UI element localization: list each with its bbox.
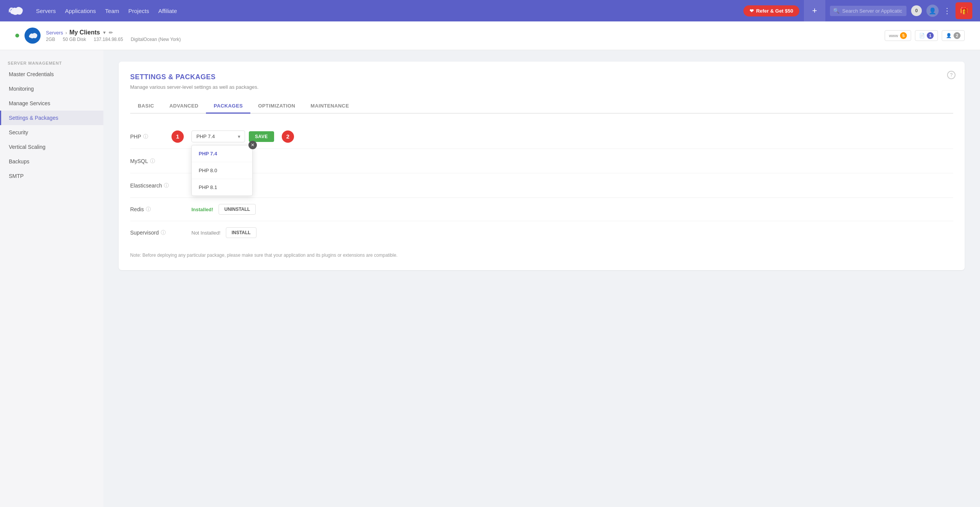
settings-card: ? SETTINGS & PACKAGES Manage various ser… bbox=[119, 62, 965, 270]
notification-badge[interactable]: 0 bbox=[911, 5, 922, 16]
php-save-button[interactable]: SAVE bbox=[249, 131, 274, 142]
server-disk: 50 GB Disk bbox=[63, 37, 86, 42]
sidebar: Server Management Master Credentials Mon… bbox=[0, 50, 103, 507]
supervisord-label: Supervisord ⓘ bbox=[130, 229, 184, 236]
server-logo bbox=[24, 28, 41, 44]
mysql-info-icon[interactable]: ⓘ bbox=[150, 158, 155, 165]
php-option-80-item[interactable]: PHP 8.0 bbox=[192, 162, 252, 179]
php-label-text: PHP bbox=[130, 134, 141, 140]
supervisord-info-icon[interactable]: ⓘ bbox=[161, 229, 166, 236]
files-badge[interactable]: 📄 1 bbox=[915, 30, 938, 41]
server-provider: DigitalOcean (New York) bbox=[131, 37, 181, 42]
server-header: Servers › My Clients ▼ ✏ 2GB 50 GB Disk … bbox=[0, 21, 980, 50]
server-name: My Clients ▼ ✏ bbox=[69, 29, 113, 36]
elasticsearch-package-row: Elasticsearch ⓘ Select Version ▼ bbox=[130, 173, 953, 198]
add-server-button[interactable]: + bbox=[804, 0, 825, 21]
more-options-button[interactable]: ⋮ bbox=[943, 6, 951, 15]
users-icon: 👤 bbox=[946, 33, 952, 38]
server-info: Servers › My Clients ▼ ✏ 2GB 50 GB Disk … bbox=[15, 28, 181, 44]
php-control: 1 PHP 7.4 PHP 8.0 PHP 8.1 ▼ ✕ PHP 7.4 bbox=[191, 130, 274, 142]
gift-icon: 🎁 bbox=[960, 7, 968, 15]
tab-advanced[interactable]: ADVANCED bbox=[162, 99, 206, 114]
php-option-81-item[interactable]: PHP 8.1 bbox=[192, 179, 252, 196]
server-name-block: Servers › My Clients ▼ ✏ 2GB 50 GB Disk … bbox=[46, 29, 181, 42]
package-note: Note: Before deploying any particular pa… bbox=[130, 252, 953, 259]
card-title: SETTINGS & PACKAGES bbox=[130, 73, 953, 81]
logo[interactable] bbox=[8, 5, 24, 16]
heart-icon: ❤ bbox=[750, 8, 754, 14]
search-icon: 🔍 bbox=[833, 8, 840, 14]
content-area: ? SETTINGS & PACKAGES Manage various ser… bbox=[103, 50, 980, 507]
supervisord-install-button[interactable]: INSTALL bbox=[226, 227, 256, 238]
nav-servers[interactable]: Servers bbox=[36, 8, 56, 14]
server-ram: 2GB bbox=[46, 37, 55, 42]
user-avatar[interactable]: 👤 bbox=[926, 5, 939, 17]
elasticsearch-info-icon[interactable]: ⓘ bbox=[164, 182, 169, 189]
php-package-row: PHP ⓘ 1 PHP 7.4 PHP 8.0 PHP 8.1 ▼ bbox=[130, 124, 953, 149]
files-icon: 📄 bbox=[919, 33, 925, 38]
breadcrumb-servers[interactable]: Servers bbox=[46, 30, 63, 36]
redis-uninstall-button[interactable]: UNINSTALL bbox=[219, 204, 256, 215]
php-select[interactable]: PHP 7.4 PHP 8.0 PHP 8.1 bbox=[191, 130, 245, 142]
mysql-label-text: MySQL bbox=[130, 158, 148, 164]
sidebar-item-security[interactable]: Security bbox=[0, 125, 103, 140]
redis-label: Redis ⓘ bbox=[130, 206, 184, 213]
www-count: 5 bbox=[900, 32, 907, 39]
tab-basic[interactable]: BASIC bbox=[130, 99, 162, 114]
sidebar-item-vertical-scaling[interactable]: Vertical Scaling bbox=[0, 140, 103, 154]
topnav: Servers Applications Team Projects Affil… bbox=[0, 0, 980, 21]
close-dropdown-button[interactable]: ✕ bbox=[248, 141, 257, 149]
redis-label-text: Redis bbox=[130, 206, 144, 212]
sidebar-item-backups[interactable]: Backups bbox=[0, 154, 103, 169]
sidebar-item-manage-services[interactable]: Manage Services bbox=[0, 96, 103, 111]
nav-projects[interactable]: Projects bbox=[128, 8, 149, 14]
search-wrap: 🔍 bbox=[830, 6, 906, 16]
www-icon: www bbox=[889, 33, 898, 38]
sidebar-item-master-credentials[interactable]: Master Credentials bbox=[0, 67, 103, 82]
gift-button[interactable]: 🎁 bbox=[956, 2, 972, 19]
tabs: BASIC ADVANCED PACKAGES OPTIMIZATION MAI… bbox=[130, 99, 953, 114]
supervisord-package-row: Supervisord ⓘ Not Installed! INSTALL bbox=[130, 221, 953, 244]
supervisord-control: Not Installed! INSTALL bbox=[191, 227, 256, 238]
plus-icon: + bbox=[812, 6, 817, 16]
redis-package-row: Redis ⓘ Installed! UNINSTALL bbox=[130, 198, 953, 221]
avatar-icon: 👤 bbox=[929, 7, 936, 15]
search-input[interactable] bbox=[830, 6, 906, 16]
server-edit-icon[interactable]: ✏ bbox=[109, 30, 113, 36]
tab-optimization[interactable]: OPTIMIZATION bbox=[250, 99, 303, 114]
refer-label: Refer & Get $50 bbox=[756, 8, 793, 14]
server-dropdown-arrow[interactable]: ▼ bbox=[102, 30, 106, 35]
server-meta: 2GB 50 GB Disk 137.184.98.65 DigitalOcea… bbox=[46, 37, 181, 42]
php-dropdown-overlay: ✕ PHP 7.4 PHP 8.0 PHP 8.1 bbox=[191, 145, 253, 196]
redis-control: Installed! UNINSTALL bbox=[191, 204, 256, 215]
nav-applications[interactable]: Applications bbox=[65, 8, 96, 14]
php-option-74-item[interactable]: PHP 7.4 bbox=[192, 145, 252, 162]
nav-affiliate[interactable]: Affiliate bbox=[158, 8, 177, 14]
breadcrumb-separator: › bbox=[65, 30, 67, 36]
tab-packages[interactable]: PACKAGES bbox=[206, 99, 250, 114]
server-status-dot bbox=[15, 34, 19, 37]
redis-status: Installed! bbox=[191, 207, 213, 212]
topnav-right: ❤ Refer & Get $50 + 🔍 0 👤 ⋮ 🎁 bbox=[743, 0, 972, 21]
refer-button[interactable]: ❤ Refer & Get $50 bbox=[743, 5, 799, 16]
breadcrumb: Servers › My Clients ▼ ✏ bbox=[46, 29, 181, 36]
nav-team[interactable]: Team bbox=[105, 8, 119, 14]
sidebar-section-title: Server Management bbox=[0, 58, 103, 67]
redis-info-icon[interactable]: ⓘ bbox=[146, 206, 151, 213]
www-badge[interactable]: www 5 bbox=[885, 30, 911, 41]
save-label: SAVE bbox=[255, 134, 268, 139]
tab-maintenance[interactable]: MAINTENANCE bbox=[303, 99, 356, 114]
elasticsearch-label: Elasticsearch ⓘ bbox=[130, 182, 184, 189]
help-icon[interactable]: ? bbox=[947, 71, 956, 79]
php-info-icon[interactable]: ⓘ bbox=[143, 133, 148, 140]
php-select-wrap: PHP 7.4 PHP 8.0 PHP 8.1 ▼ ✕ PHP 7.4 PHP … bbox=[191, 130, 245, 142]
sidebar-item-monitoring[interactable]: Monitoring bbox=[0, 82, 103, 96]
server-badges: www 5 📄 1 👤 2 bbox=[885, 30, 965, 41]
users-count: 2 bbox=[954, 32, 960, 39]
card-description: Manage various server-level settings as … bbox=[130, 84, 953, 90]
users-badge[interactable]: 👤 2 bbox=[942, 30, 965, 41]
elasticsearch-label-text: Elasticsearch bbox=[130, 183, 162, 189]
files-count: 1 bbox=[927, 32, 934, 39]
sidebar-item-settings-packages[interactable]: Settings & Packages bbox=[0, 111, 103, 125]
sidebar-item-smtp[interactable]: SMTP bbox=[0, 169, 103, 183]
